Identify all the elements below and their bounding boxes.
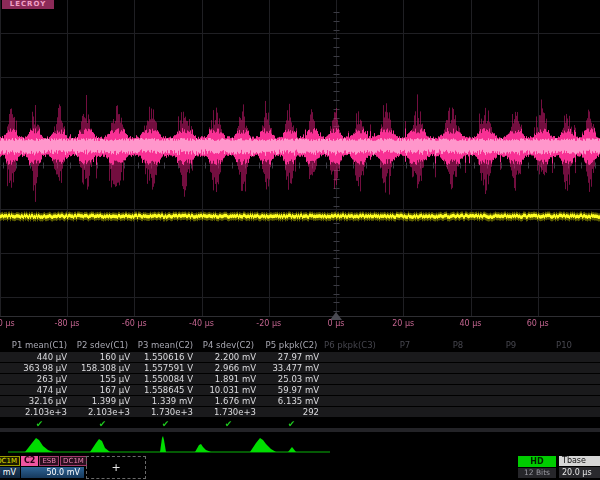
- measurement-header[interactable]: P1 mean(C1): [12, 340, 67, 351]
- hd-bits-label: 12 Bits: [518, 468, 556, 478]
- measurement-value: 59.97 mV: [260, 385, 319, 395]
- c1-coupling-badge: DC1M: [0, 456, 20, 466]
- histicon-peak[interactable]: [90, 439, 110, 452]
- channel-c2-descriptor[interactable]: C2 ESB DC1M 50.0 mV: [21, 455, 84, 478]
- oscilloscope-screen: LECROY -100 µs-80 µs-60 µs-40 µs-20 µs0 …: [0, 0, 600, 480]
- c2-flag-badge: ESB: [39, 456, 59, 466]
- table-row: 474 µV167 µV1.558645 V10.031 mV59.97 mV: [0, 385, 600, 395]
- channel-c1-descriptor[interactable]: DC1M 0 mV: [0, 455, 20, 478]
- table-row: 2.103e+32.103e+31.730e+31.730e+3292: [0, 407, 600, 417]
- table-header-row: P1 mean(C1)P2 sdev(C1)P3 mean(C2)P4 sdev…: [0, 340, 600, 351]
- hd-mode-badge[interactable]: HD: [518, 456, 556, 467]
- timebase-descriptor[interactable]: Tbase 20.0 µs: [559, 456, 600, 479]
- measurement-value: 10.031 mV: [197, 385, 256, 395]
- measurement-header-unused[interactable]: P6 pkpk(C3): [324, 340, 376, 351]
- measurement-value: 27.97 mV: [260, 352, 319, 362]
- measurement-header-unused[interactable]: P10: [556, 340, 572, 351]
- table-row: 263 µV155 µV1.550084 V1.891 mV25.03 mV: [0, 374, 600, 384]
- timebase-label: -40 µs: [189, 319, 214, 328]
- brand-badge: LECROY: [2, 0, 54, 9]
- measurement-header-unused[interactable]: P9: [506, 340, 517, 351]
- measurement-value: 160 µV: [71, 352, 130, 362]
- table-row: 32.16 µV1.399 µV1.339 mV1.676 mV6.135 mV: [0, 396, 600, 406]
- timebase-label: -60 µs: [122, 319, 147, 328]
- histicon-peak[interactable]: [250, 438, 276, 452]
- measurement-value: 167 µV: [71, 385, 130, 395]
- measurement-value: 2.103e+3: [8, 407, 67, 417]
- c1-vertical-scale: 0 mV: [0, 467, 20, 478]
- measurement-value: 1.676 mV: [197, 396, 256, 406]
- measurement-value: 1.550616 V: [134, 352, 193, 362]
- measurement-header[interactable]: P4 sdev(C2): [203, 340, 254, 351]
- measurement-header[interactable]: P2 sdev(C1): [77, 340, 128, 351]
- measurement-value: 2.103e+3: [71, 407, 130, 417]
- measurement-value: 2.200 mV: [197, 352, 256, 362]
- waveform-display[interactable]: [0, 0, 600, 318]
- measurement-value: 1.399 µV: [71, 396, 130, 406]
- timebase-label: 20 µs: [392, 319, 414, 328]
- timebase-axis-labels: -100 µs-80 µs-60 µs-40 µs-20 µs0 µs20 µs…: [0, 319, 600, 331]
- measurement-value: 263 µV: [8, 374, 67, 384]
- measurement-value: 292: [260, 407, 319, 417]
- measurement-value: 1.891 mV: [197, 374, 256, 384]
- histicon-peak[interactable]: [288, 447, 296, 452]
- measurement-value: 158.308 µV: [71, 363, 130, 373]
- measurement-value: 2.966 mV: [197, 363, 256, 373]
- timebase-label: 0 µs: [328, 319, 345, 328]
- measurement-header-unused[interactable]: P8: [453, 340, 464, 351]
- measurement-header-unused[interactable]: P7: [400, 340, 411, 351]
- measurement-histicons[interactable]: [0, 432, 600, 455]
- histicon-peak[interactable]: [195, 444, 211, 452]
- timebase-label: -100 µs: [0, 319, 15, 328]
- timebase-value: 20.0 µs: [559, 467, 600, 478]
- timebase-label: -20 µs: [256, 319, 281, 328]
- measurement-value: 1.339 mV: [134, 396, 193, 406]
- histicon-peak[interactable]: [25, 438, 53, 452]
- timebase-label: -80 µs: [55, 319, 80, 328]
- measurement-value: 6.135 mV: [260, 396, 319, 406]
- measurement-value: 32.16 µV: [8, 396, 67, 406]
- c2-coupling-badge: DC1M: [60, 456, 87, 466]
- measurement-value: 33.477 mV: [260, 363, 319, 373]
- measurement-value: 363.98 µV: [8, 363, 67, 373]
- c2-channel-badge: C2: [21, 456, 38, 466]
- table-row: 363.98 µV158.308 µV1.557591 V2.966 mV33.…: [0, 363, 600, 373]
- measurement-value: 1.557591 V: [134, 363, 193, 373]
- table-row: 440 µV160 µV1.550616 V2.200 mV27.97 mV: [0, 352, 600, 362]
- measurement-header[interactable]: P5 pkpk(C2): [266, 340, 318, 351]
- c2-vertical-scale: 50.0 mV: [21, 467, 84, 478]
- measurement-table: P1 mean(C1)P2 sdev(C1)P3 mean(C2)P4 sdev…: [0, 338, 600, 430]
- measurement-value: 155 µV: [71, 374, 130, 384]
- timebase-label: 40 µs: [460, 319, 482, 328]
- measurement-value: 1.730e+3: [197, 407, 256, 417]
- measurement-value: 440 µV: [8, 352, 67, 362]
- measurement-value: 1.558645 V: [134, 385, 193, 395]
- histicon-peak[interactable]: [160, 436, 166, 452]
- timebase-title: Tbase: [559, 456, 600, 466]
- measurement-value: 25.03 mV: [260, 374, 319, 384]
- measurement-value: 1.550084 V: [134, 374, 193, 384]
- add-trace-button[interactable]: +: [86, 456, 146, 479]
- measurement-value: 474 µV: [8, 385, 67, 395]
- measurement-header[interactable]: P3 mean(C2): [138, 340, 193, 351]
- timebase-label: 60 µs: [527, 319, 549, 328]
- measurement-value: 1.730e+3: [134, 407, 193, 417]
